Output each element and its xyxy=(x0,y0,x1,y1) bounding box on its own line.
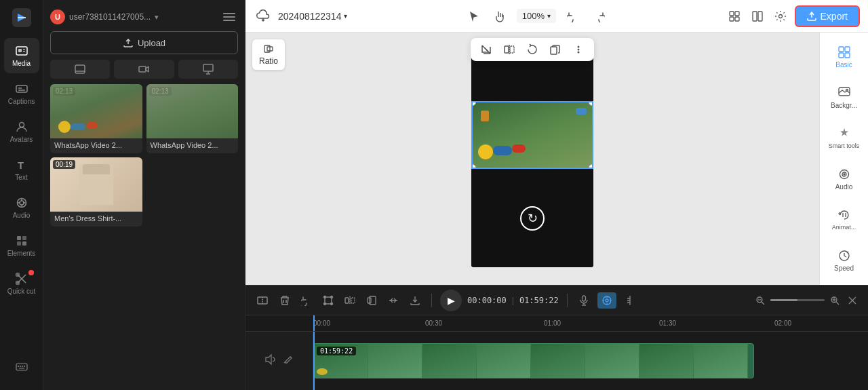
sidebar-item-captions[interactable]: Captions xyxy=(4,76,39,111)
media-label-2: WhatsApp Video 2... xyxy=(146,138,239,153)
sidebar-item-audio[interactable]: Audio xyxy=(4,190,39,225)
right-panel-basic[interactable]: Basic xyxy=(824,38,865,76)
project-name[interactable]: 202408122314 ▾ xyxy=(278,11,347,22)
sidebar-item-text[interactable]: T Text xyxy=(4,152,39,187)
svg-rect-36 xyxy=(735,17,739,21)
ruler-mark-0: 00:00 xyxy=(313,319,330,327)
redo-button[interactable] xyxy=(590,7,608,25)
svg-line-85 xyxy=(836,302,839,305)
media-item-shirt[interactable]: 00:19 Men's Dress Shirt-... xyxy=(50,157,142,227)
media-grid: 02:13 WhatsApp Video 2... 02:13 WhatsApp… xyxy=(43,84,245,227)
zoom-selector[interactable]: 100% ▾ xyxy=(517,9,556,23)
columns-button[interactable] xyxy=(749,7,766,25)
settings-button[interactable] xyxy=(772,7,789,25)
right-panel-animate[interactable]: Animat... xyxy=(824,201,865,239)
right-panel-background[interactable]: Backgr... xyxy=(824,79,865,117)
layout-button[interactable] xyxy=(726,7,743,25)
svg-point-16 xyxy=(16,273,19,277)
tl-highlight-button[interactable] xyxy=(597,292,616,309)
sidebar-item-quickcut[interactable]: Quick cut xyxy=(4,266,39,301)
tl-transform-button[interactable] xyxy=(320,292,336,309)
tl-delete-button[interactable] xyxy=(277,292,293,309)
crop-tool-button[interactable] xyxy=(476,41,496,58)
toolbar-divider xyxy=(431,294,432,307)
svg-rect-71 xyxy=(582,296,585,301)
svg-point-64 xyxy=(324,303,326,305)
svg-point-63 xyxy=(331,296,333,298)
tl-undo-button[interactable] xyxy=(298,292,315,309)
timeline-playhead-ruler xyxy=(313,315,315,331)
svg-text:T: T xyxy=(18,159,24,171)
svg-rect-33 xyxy=(730,12,734,16)
user-badge[interactable]: U user7381011427005... ▾ xyxy=(50,9,159,24)
svg-rect-67 xyxy=(351,298,355,303)
view-tablet-button[interactable] xyxy=(50,60,110,79)
svg-point-62 xyxy=(324,296,326,298)
tl-flip-button[interactable] xyxy=(342,292,358,309)
svg-marker-88 xyxy=(266,355,271,364)
media-item-video1[interactable]: 02:13 WhatsApp Video 2... xyxy=(50,84,142,153)
ruler-mark-30: 00:30 xyxy=(425,319,442,327)
ratio-button[interactable]: Ratio xyxy=(252,39,285,70)
zoom-in-button[interactable] xyxy=(827,293,842,308)
video-track[interactable]: 01:59:22 xyxy=(313,343,754,378)
svg-rect-42 xyxy=(505,46,509,53)
right-panel-smart-tools[interactable]: Smart tools xyxy=(824,119,865,157)
svg-point-48 xyxy=(578,52,580,54)
right-panel-audio[interactable]: Audio xyxy=(824,160,865,198)
view-monitor-button[interactable] xyxy=(178,60,238,79)
zoom-track[interactable] xyxy=(770,299,825,301)
media-panel: U user7381011427005... ▾ Upload xyxy=(43,0,245,390)
avatar: U xyxy=(50,9,65,24)
svg-rect-34 xyxy=(735,12,739,16)
right-panel: Basic Backgr... Smart tools xyxy=(819,33,868,285)
rotate-tool-button[interactable] xyxy=(522,41,542,58)
svg-rect-14 xyxy=(17,241,21,246)
ruler-mark-60: 01:00 xyxy=(544,319,561,327)
tl-layers-button[interactable] xyxy=(363,292,380,309)
duplicate-tool-button[interactable] xyxy=(545,41,566,58)
track-controls xyxy=(245,332,313,390)
upload-button[interactable]: Upload xyxy=(50,31,238,54)
svg-rect-66 xyxy=(345,298,349,303)
refresh-icon: ↻ xyxy=(520,206,545,231)
svg-rect-26 xyxy=(223,20,235,21)
preview-video-frame[interactable] xyxy=(471,101,593,169)
select-tool-button[interactable] xyxy=(465,7,483,25)
svg-point-8 xyxy=(19,123,24,128)
tl-split-button[interactable] xyxy=(254,292,271,309)
more-tool-button[interactable] xyxy=(568,41,589,58)
tl-more-button[interactable] xyxy=(845,293,860,308)
svg-line-82 xyxy=(762,302,764,305)
svg-point-39 xyxy=(778,14,782,18)
track-content: 01:59:22 xyxy=(313,332,868,390)
svg-rect-52 xyxy=(845,53,850,58)
cloud-save-button[interactable] xyxy=(254,7,273,26)
sidebar-item-media[interactable]: Media xyxy=(4,38,39,73)
menu-button[interactable] xyxy=(220,8,238,26)
media-item-video2[interactable]: 02:13 WhatsApp Video 2... xyxy=(146,84,239,153)
sidebar-item-elements[interactable]: Elements xyxy=(4,228,39,263)
track-edit-button[interactable] xyxy=(282,353,294,368)
timeline-ruler: 00:00 00:30 01:00 01:30 02:00 xyxy=(245,315,868,332)
svg-rect-29 xyxy=(139,66,146,72)
view-video-button[interactable] xyxy=(114,60,174,79)
svg-point-75 xyxy=(606,299,608,302)
tl-transitions-button[interactable] xyxy=(385,292,401,309)
zoom-out-button[interactable] xyxy=(753,293,768,308)
tl-download-button[interactable] xyxy=(407,292,423,309)
export-button[interactable]: Export xyxy=(795,5,860,27)
canvas-area: Ratio xyxy=(245,33,819,285)
sidebar-item-avatars[interactable]: Avatars xyxy=(4,114,39,149)
undo-button[interactable] xyxy=(564,7,582,25)
tl-mic-button[interactable] xyxy=(576,292,592,309)
svg-rect-5 xyxy=(16,85,27,92)
right-panel-speed[interactable]: Speed xyxy=(824,241,865,279)
hand-tool-button[interactable] xyxy=(491,7,509,25)
svg-rect-38 xyxy=(758,12,762,21)
sidebar-item-keyboard[interactable] xyxy=(4,349,39,385)
tl-cut-button[interactable] xyxy=(622,292,638,309)
play-button[interactable]: ▶ xyxy=(440,290,462,311)
flip-h-tool-button[interactable] xyxy=(499,41,519,58)
track-volume-button[interactable] xyxy=(264,353,277,368)
